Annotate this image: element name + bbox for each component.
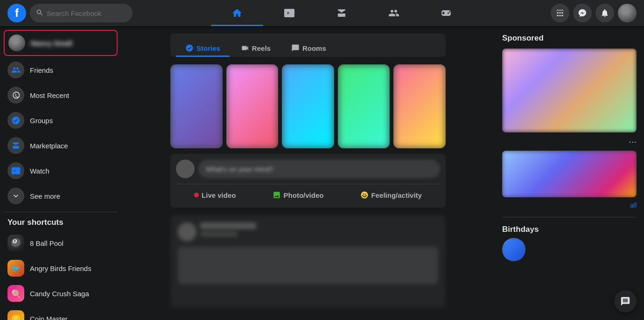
search-icon <box>35 8 43 18</box>
post-avatar <box>178 223 196 241</box>
sidebar-item-groups[interactable]: Groups <box>4 108 118 132</box>
grid-icon-btn[interactable] <box>551 4 569 22</box>
topnav: f <box>0 0 644 26</box>
sidebar-item-see-more[interactable]: See more <box>4 184 118 208</box>
create-post-card: What's on your mind? Live video Photo/vi… <box>170 154 446 208</box>
ad-image-1-blur <box>502 49 637 132</box>
shortcut-item-8ball[interactable]: 🎱 8 Ball Pool <box>4 231 118 255</box>
friends-icon <box>7 62 24 78</box>
sidebar-item-watch[interactable]: Watch <box>4 159 118 183</box>
live-video-btn[interactable]: Live video <box>187 188 243 202</box>
post-time <box>200 232 238 237</box>
stories-tab-label: Stories <box>196 44 220 52</box>
tab-reels[interactable]: Reels <box>231 39 280 57</box>
reels-tab-label: Reels <box>252 44 271 52</box>
shortcut-item-candy-crush[interactable]: 🍭 Candy Crush Saga <box>4 281 118 306</box>
watch-icon <box>7 162 24 179</box>
stories-area <box>170 64 446 154</box>
post-header <box>178 223 438 241</box>
nav-item-gaming[interactable] <box>420 0 472 26</box>
story-card-1[interactable] <box>170 64 223 148</box>
user-avatar-nav[interactable] <box>618 4 637 22</box>
rooms-tab-label: Rooms <box>302 44 326 52</box>
photo-video-btn[interactable]: Photo/video <box>265 188 331 202</box>
groups-icon <box>7 112 24 129</box>
shortcuts-header: Your shortcuts <box>4 216 118 229</box>
birthdays-title: Birthdays <box>502 225 637 234</box>
story-card-4[interactable] <box>338 64 390 148</box>
post-content <box>178 247 438 284</box>
marketplace-icon <box>7 137 24 154</box>
feeling-activity-btn[interactable]: Feeling/activity <box>353 188 429 202</box>
tab-stories[interactable]: Stories <box>176 39 230 57</box>
marketplace-label: Marketplace <box>30 142 68 150</box>
sidebar-divider <box>4 212 118 212</box>
8ball-label: 8 Ball Pool <box>30 239 63 247</box>
center-feed: Stories Reels Rooms <box>121 26 495 320</box>
live-video-label: Live video <box>202 191 236 199</box>
notifications-icon-btn[interactable] <box>595 4 614 22</box>
chevron-down-icon <box>7 188 24 204</box>
live-dot <box>194 193 199 197</box>
angry-birds-label: Angry Birds Friends <box>30 264 91 272</box>
tabs-container: Stories Reels Rooms <box>170 34 446 57</box>
nav-item-groups[interactable] <box>368 0 420 26</box>
create-post-input[interactable]: What's on your mind? <box>198 160 440 178</box>
birthday-avatar-inner <box>502 238 525 261</box>
friends-label: Friends <box>30 66 53 74</box>
nav-center <box>133 0 551 26</box>
see-more-label: See more <box>30 192 60 200</box>
coin-master-icon: 🪙 <box>7 310 24 320</box>
nav-right <box>551 4 637 22</box>
create-post-divider <box>176 184 440 184</box>
all-link[interactable]: all <box>630 202 637 209</box>
tab-rooms[interactable]: Rooms <box>282 39 336 57</box>
sidebar-item-most-recent[interactable]: Most Recent <box>4 83 118 107</box>
birthday-section: Birthdays <box>502 225 637 261</box>
candy-crush-label: Candy Crush Saga <box>30 290 89 298</box>
candy-crush-icon: 🍭 <box>7 285 24 302</box>
birthday-avatar-row <box>502 238 637 261</box>
coin-master-label: Coin Master <box>30 315 68 320</box>
user-name-label: Nancy Small <box>31 39 72 47</box>
8ball-icon: 🎱 <box>7 235 24 251</box>
tabs-row: Stories Reels Rooms <box>176 39 440 57</box>
messenger-icon-btn[interactable] <box>573 4 592 22</box>
main-layout: Nancy Small Friends Most Recent <box>0 26 644 320</box>
groups-label: Groups <box>30 117 53 125</box>
nav-item-marketplace[interactable] <box>315 0 368 26</box>
story-card-5[interactable] <box>393 64 446 148</box>
user-avatar-sidebar <box>8 35 25 51</box>
create-post-actions: Live video Photo/video Feeling/activity <box>176 188 440 202</box>
create-post-avatar <box>176 160 195 178</box>
sidebar-item-marketplace[interactable]: Marketplace <box>4 133 118 158</box>
search-box[interactable] <box>30 4 133 22</box>
nav-item-watch[interactable] <box>263 0 315 26</box>
story-card-2[interactable] <box>226 64 279 148</box>
post-card-blurred <box>170 215 446 308</box>
most-recent-icon <box>7 87 24 104</box>
ad-image-2-blur <box>502 151 637 197</box>
feeling-activity-label: Feeling/activity <box>371 191 422 199</box>
story-card-3[interactable] <box>282 64 334 148</box>
post-meta <box>200 223 438 241</box>
right-divider-1 <box>502 217 637 217</box>
ad-image-1 <box>502 49 637 132</box>
all-link-row: all <box>502 201 637 209</box>
sidebar-item-friends[interactable]: Friends <box>4 58 118 82</box>
stories-grid <box>170 64 446 148</box>
shortcut-item-coin-master[interactable]: 🪙 Coin Master <box>4 306 118 320</box>
left-sidebar: Nancy Small Friends Most Recent <box>0 26 121 320</box>
messenger-float-btn[interactable] <box>614 290 637 313</box>
nav-item-home[interactable] <box>211 0 263 26</box>
right-sidebar: Sponsored ··· all Birthdays <box>495 26 644 320</box>
sponsored-title: Sponsored <box>502 34 637 43</box>
facebook-logo[interactable]: f <box>7 4 26 22</box>
sidebar-dots[interactable]: ··· <box>502 136 637 147</box>
most-recent-label: Most Recent <box>30 91 69 99</box>
search-input[interactable] <box>47 9 127 17</box>
user-profile-item[interactable]: Nancy Small <box>4 30 118 56</box>
shortcut-item-angry-birds[interactable]: 🐦 Angry Birds Friends <box>4 256 118 280</box>
ad-image-2 <box>502 151 637 197</box>
create-post-top: What's on your mind? <box>176 160 440 178</box>
